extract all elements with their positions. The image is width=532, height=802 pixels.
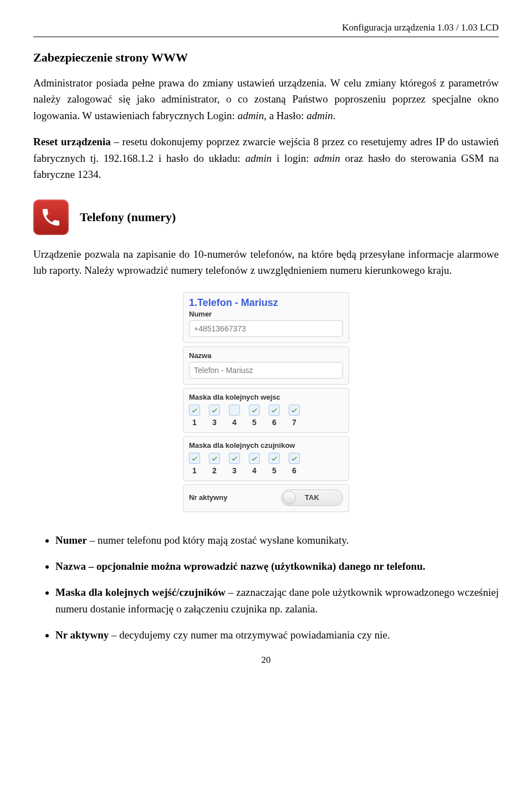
page-header: Konfiguracja urządzenia 1.03 / 1.03 LCD [33,22,499,33]
bullet-strong: Nr aktywny [55,629,109,641]
paragraph-telefony: Urządzenie pozwala na zapisanie do 10-nu… [33,246,499,279]
section-title-zabezpieczenie: Zabezpieczenie strony WWW [33,50,499,65]
text: , a Hasło: [264,110,306,121]
bullet-text: – numer telefonu pod który mają zostać w… [87,534,349,546]
bullet-aktywny: Nr aktywny – decydujemy czy numer ma otr… [55,627,499,643]
mask-number: 7 [292,418,296,427]
mask-checkbox[interactable] [249,405,260,416]
mask-checkbox[interactable] [289,405,300,416]
mask-number: 4 [232,418,237,427]
card-title: 1.Telefon - Mariusz [189,297,343,309]
bullet-text: – opcjonalnie można wprowadzić nazwę (uż… [86,560,426,572]
nazwa-input[interactable] [189,362,343,379]
mask-checkbox[interactable] [269,453,280,464]
mask-czujnikow-label: Maska dla kolejnych czujnikow [189,441,343,449]
reset-admin1: admin [245,152,272,164]
numer-label: Numer [189,310,343,318]
mask-number: 1 [192,418,197,427]
mask-checkbox[interactable] [209,453,220,464]
login-value: admin [238,110,264,121]
text: . [333,110,336,121]
mask-item: 1 [189,405,200,427]
mask-number: 3 [212,418,217,427]
mask-checkbox[interactable] [249,453,260,464]
bullet-list: Numer – numer telefonu pod który mają zo… [33,532,499,643]
mask-checkbox[interactable] [189,453,200,464]
mask-item: 4 [249,453,260,475]
reset-strong: Reset urządzenia [33,136,111,147]
mask-checkbox[interactable] [209,405,220,416]
mask-item: 5 [269,453,280,475]
mask-item: 6 [269,405,280,427]
mask-wejsc-label: Maska dla kolejnych wejsc [189,393,343,401]
bullet-nazwa: Nazwa – opcjonalnie można wprowadzić naz… [55,558,499,574]
aktywny-label: Nr aktywny [189,493,227,502]
nazwa-label: Nazwa [189,351,343,360]
text: i login: [272,152,314,164]
haslo-value: admin [306,110,333,121]
paragraph-admin: Administrator posiada pełne prawa do zmi… [33,75,499,124]
toggle-knob [283,491,296,504]
mask-item: 3 [229,453,240,475]
numer-input[interactable] [189,320,343,337]
mask-checkbox[interactable] [189,405,200,416]
aktywny-toggle[interactable]: TAK [281,489,343,506]
bullet-maska: Maska dla kolejnych wejść/czujników – za… [55,584,499,617]
page-number: 20 [33,655,499,666]
reset-admin2: admin [314,152,340,164]
mask-item: 2 [209,453,220,475]
phone-config-card: 1.Telefon - Mariusz Numer Nazwa Maska dl… [183,292,349,512]
mask-czujnikow-row: 123456 [189,453,343,475]
mask-item: 4 [229,405,240,427]
mask-number: 1 [192,466,197,475]
mask-number: 6 [292,466,296,475]
mask-checkbox[interactable] [289,453,300,464]
phone-icon [33,200,69,235]
mask-item: 6 [289,453,300,475]
mask-number: 6 [272,418,277,427]
mask-item: 3 [209,405,220,427]
section-title-telefony: Telefony (numery) [80,210,176,224]
mask-number: 2 [212,466,217,475]
mask-number: 3 [232,466,237,475]
bullet-strong: Maska dla kolejnych wejść/czujników [55,586,226,598]
header-rule [33,37,499,37]
mask-number: 4 [252,466,257,475]
mask-checkbox[interactable] [269,405,280,416]
mask-number: 5 [272,466,277,475]
bullet-text: – decydujemy czy numer ma otrzymywać pow… [109,629,390,641]
mask-item: 1 [189,453,200,475]
bullet-numer: Numer – numer telefonu pod który mają zo… [55,532,499,548]
bullet-strong: Numer [55,534,87,546]
mask-item: 5 [249,405,260,427]
bullet-strong: Nazwa [55,560,86,572]
mask-checkbox[interactable] [229,453,240,464]
mask-wejsc-row: 134567 [189,405,343,427]
paragraph-reset: Reset urządzenia – resetu dokonujemy pop… [33,134,499,182]
mask-number: 5 [252,418,257,427]
mask-item: 7 [289,405,300,427]
mask-checkbox[interactable] [229,405,240,416]
